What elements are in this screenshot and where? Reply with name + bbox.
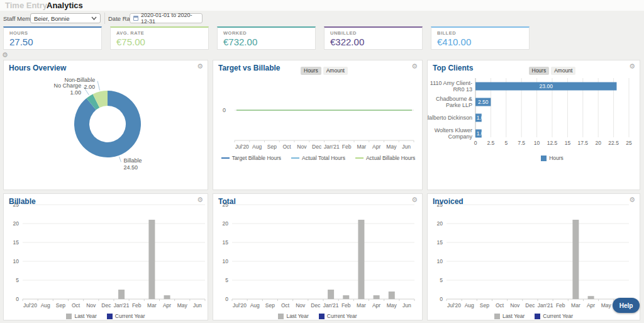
gear-icon[interactable]: ⚙ bbox=[629, 196, 635, 204]
legend-swatch bbox=[541, 156, 547, 161]
gear-icon[interactable]: ⚙ bbox=[197, 196, 203, 204]
month-label: May bbox=[386, 144, 397, 150]
month-label: Sep bbox=[265, 302, 275, 309]
donut-slice-no-charge bbox=[86, 94, 99, 110]
target-vs-billable-legend: Target Billable HoursActual Total HoursA… bbox=[219, 155, 417, 161]
y-axis-tick-label: 20 bbox=[13, 220, 19, 227]
kpi-label: HOURS bbox=[9, 30, 96, 36]
top-clients-title: Top Clients bbox=[433, 64, 473, 72]
date-range-input[interactable]: 2020-01-01 to 2020-12-31 bbox=[130, 13, 203, 23]
x-axis-tick-label: 0 bbox=[474, 140, 477, 146]
legend-label: Actual Billable Hours bbox=[366, 155, 415, 161]
client-label: Wolters Kluwer bbox=[435, 127, 472, 133]
bar-last-year-mar bbox=[358, 220, 364, 299]
client-label: Chadbourne & bbox=[436, 96, 472, 102]
bar-last-year-may bbox=[389, 292, 395, 299]
donut-label-non-billable: Non-Billable bbox=[65, 77, 96, 83]
total-title: Total bbox=[218, 197, 236, 206]
top-clients-legend: Hours bbox=[475, 155, 629, 161]
legend-item-current-year: Current Year bbox=[107, 313, 145, 319]
month-label: Jul'20 bbox=[235, 144, 249, 150]
legend-item-hours: Hours bbox=[541, 155, 564, 161]
month-label: Sep bbox=[267, 144, 277, 150]
tab-analytics[interactable]: Analytics bbox=[47, 1, 83, 10]
month-label: Jan'21 bbox=[538, 302, 553, 309]
bar-wolters-kluwer-company bbox=[475, 130, 482, 138]
month-label: Oct bbox=[281, 302, 290, 309]
kpi-value: €410.00 bbox=[437, 37, 523, 47]
month-label: Aug bbox=[465, 302, 474, 309]
gear-icon[interactable]: ⚙ bbox=[197, 62, 203, 71]
date-range-value: 2020-01-01 to 2020-12-31 bbox=[141, 12, 199, 25]
y-axis-tick-label: 10 bbox=[13, 258, 19, 264]
kpi-avg-rate: AVG. RATE €75.00 bbox=[110, 26, 209, 50]
bar-last-year-jan-21 bbox=[118, 290, 125, 299]
month-label: Sep bbox=[480, 302, 489, 309]
legend-swatch bbox=[221, 157, 230, 159]
top-nav-bar: Time Entry Analytics bbox=[0, 0, 644, 11]
toggle-hours-button[interactable]: Hours bbox=[301, 67, 321, 75]
month-label: Dec bbox=[311, 302, 321, 309]
month-label: Jul'20 bbox=[233, 302, 247, 309]
legend-label: Last Year bbox=[74, 313, 96, 319]
kpi-label: UNBILLED bbox=[330, 30, 416, 36]
help-button[interactable]: Help bbox=[613, 298, 640, 313]
donut-callout-line bbox=[97, 81, 99, 91]
kpi-hours: HOURS 27.50 bbox=[3, 26, 102, 50]
y-axis-tick-label: 10 bbox=[223, 258, 229, 264]
staff-member-value: Beier, Bonnie bbox=[34, 15, 91, 22]
y-axis-tick-label: 15 bbox=[223, 239, 229, 246]
month-label: Feb bbox=[341, 302, 351, 309]
month-label: Apr bbox=[372, 302, 380, 309]
billable-title: Billable bbox=[9, 197, 36, 206]
legend-label: Current Year bbox=[327, 313, 357, 319]
gear-icon[interactable]: ⚙ bbox=[629, 62, 635, 71]
month-label: Oct bbox=[72, 302, 80, 309]
legend-swatch bbox=[494, 314, 500, 319]
toggle-amount-button[interactable]: Amount bbox=[323, 67, 348, 75]
donut-value-no-charge: 1.00 bbox=[70, 89, 82, 96]
month-label: Oct bbox=[496, 302, 504, 309]
gear-icon[interactable]: ⚙ bbox=[411, 196, 418, 204]
month-label: Mar bbox=[357, 302, 366, 309]
client-label: Company bbox=[448, 133, 472, 140]
dashboard-settings-gear-icon[interactable]: ⚙ bbox=[2, 51, 8, 59]
month-label: Nov bbox=[510, 302, 520, 309]
month-label: Aug bbox=[41, 302, 50, 309]
legend-label: Current Year bbox=[543, 313, 573, 319]
toggle-hours-button[interactable]: Hours bbox=[529, 67, 550, 75]
donut-label-billable: Billable bbox=[124, 157, 142, 164]
x-axis-tick-label: 2.5 bbox=[487, 140, 494, 146]
month-label: Nov bbox=[296, 302, 306, 309]
legend-label: Actual Total Hours bbox=[302, 155, 345, 161]
total-legend: Last YearCurrent Year bbox=[213, 313, 422, 319]
y-axis-tick-label: 5 bbox=[16, 277, 19, 283]
total-card: Total ⚙ 0510152025Jul'20AugSepOctNovDecJ… bbox=[213, 193, 423, 320]
legend-label: Current Year bbox=[115, 313, 145, 319]
x-axis-tick-label: 17.5 bbox=[578, 140, 589, 146]
donut-callout-line bbox=[119, 157, 121, 162]
chevron-down-icon bbox=[91, 16, 97, 20]
invoiced-legend: Last YearCurrent Year bbox=[428, 313, 640, 319]
legend-swatch bbox=[66, 314, 72, 319]
month-label: Dec bbox=[312, 144, 322, 150]
legend-label: Last Year bbox=[286, 313, 308, 319]
kpi-value: 27.50 bbox=[9, 37, 96, 47]
donut-label-no-charge: No Charge bbox=[54, 82, 82, 89]
legend-item-current-year: Current Year bbox=[535, 313, 573, 319]
hours-overview-donut-chart: Billable24.50No Charge1.00Non-Billable2.… bbox=[4, 60, 209, 191]
month-label: Oct bbox=[283, 144, 292, 150]
month-label: Jun bbox=[402, 144, 411, 150]
bar-last-year-apr bbox=[374, 295, 380, 299]
x-axis-tick-label: 15 bbox=[565, 140, 571, 146]
staff-member-select[interactable]: Beier, Bonnie bbox=[30, 13, 101, 23]
legend-label: Last Year bbox=[502, 313, 525, 319]
hours-amount-toggle: Hours Amount bbox=[475, 67, 629, 75]
top-clients-card: Top Clients ⚙ Hours Amount 02.557.51012.… bbox=[427, 60, 640, 190]
tab-time-entry[interactable]: Time Entry bbox=[5, 1, 47, 10]
toggle-amount-button[interactable]: Amount bbox=[551, 67, 575, 75]
month-label: Jan'21 bbox=[324, 144, 340, 150]
x-axis-tick-label: 20 bbox=[595, 140, 601, 146]
legend-item-target-billable-hours: Target Billable Hours bbox=[221, 155, 281, 161]
billable-bar-chart: 0510152025Jul'20AugSepOctNovDecJan'21Feb… bbox=[4, 194, 209, 321]
